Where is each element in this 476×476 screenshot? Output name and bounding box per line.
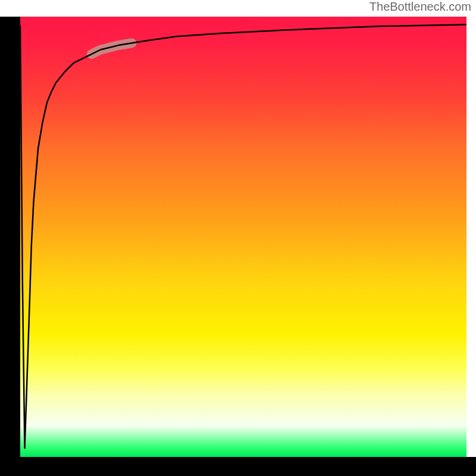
attribution-label: TheBottleneck.com bbox=[369, 0, 471, 14]
bottleneck-curve bbox=[20, 24, 466, 448]
chart-container: TheBottleneck.com bbox=[0, 0, 476, 476]
curve-svg bbox=[20, 17, 466, 457]
y-axis bbox=[0, 17, 20, 457]
x-axis bbox=[0, 457, 476, 476]
plot-area bbox=[20, 17, 466, 457]
